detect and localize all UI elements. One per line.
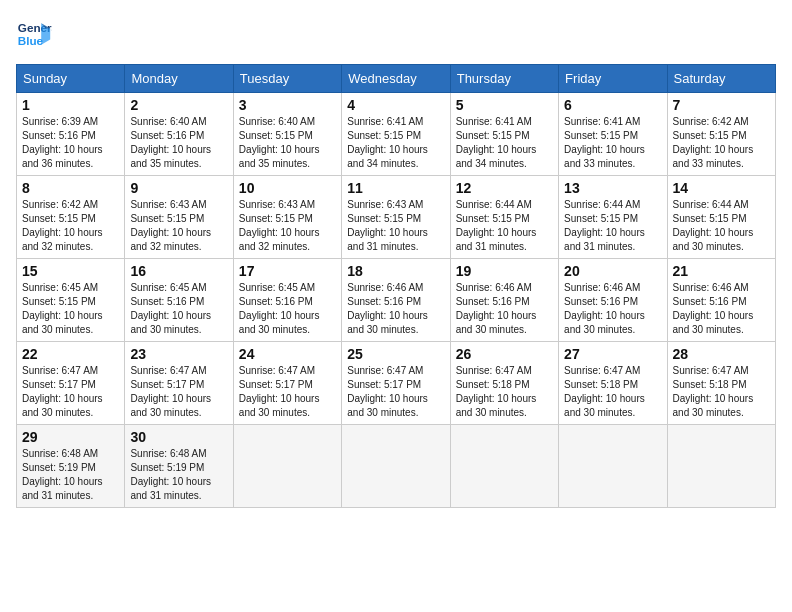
day-number: 7 xyxy=(673,97,770,113)
day-number: 24 xyxy=(239,346,336,362)
day-info: Sunrise: 6:41 AMSunset: 5:15 PMDaylight:… xyxy=(564,115,661,171)
calendar-cell: 15Sunrise: 6:45 AMSunset: 5:15 PMDayligh… xyxy=(17,259,125,342)
calendar-cell xyxy=(342,425,450,508)
calendar-cell: 1Sunrise: 6:39 AMSunset: 5:16 PMDaylight… xyxy=(17,93,125,176)
day-number: 16 xyxy=(130,263,227,279)
day-info: Sunrise: 6:46 AMSunset: 5:16 PMDaylight:… xyxy=(347,281,444,337)
calendar-cell: 13Sunrise: 6:44 AMSunset: 5:15 PMDayligh… xyxy=(559,176,667,259)
day-info: Sunrise: 6:47 AMSunset: 5:18 PMDaylight:… xyxy=(456,364,553,420)
calendar-cell: 7Sunrise: 6:42 AMSunset: 5:15 PMDaylight… xyxy=(667,93,775,176)
day-number: 3 xyxy=(239,97,336,113)
day-info: Sunrise: 6:43 AMSunset: 5:15 PMDaylight:… xyxy=(130,198,227,254)
weekday-header-thursday: Thursday xyxy=(450,65,558,93)
day-info: Sunrise: 6:48 AMSunset: 5:19 PMDaylight:… xyxy=(22,447,119,503)
calendar-cell: 29Sunrise: 6:48 AMSunset: 5:19 PMDayligh… xyxy=(17,425,125,508)
day-number: 9 xyxy=(130,180,227,196)
day-info: Sunrise: 6:47 AMSunset: 5:17 PMDaylight:… xyxy=(22,364,119,420)
weekday-header-monday: Monday xyxy=(125,65,233,93)
weekday-header-saturday: Saturday xyxy=(667,65,775,93)
calendar-cell xyxy=(559,425,667,508)
svg-text:Blue: Blue xyxy=(18,34,44,47)
day-info: Sunrise: 6:42 AMSunset: 5:15 PMDaylight:… xyxy=(673,115,770,171)
day-number: 15 xyxy=(22,263,119,279)
weekday-header-tuesday: Tuesday xyxy=(233,65,341,93)
calendar-cell: 25Sunrise: 6:47 AMSunset: 5:17 PMDayligh… xyxy=(342,342,450,425)
calendar-cell: 19Sunrise: 6:46 AMSunset: 5:16 PMDayligh… xyxy=(450,259,558,342)
day-number: 12 xyxy=(456,180,553,196)
day-info: Sunrise: 6:45 AMSunset: 5:15 PMDaylight:… xyxy=(22,281,119,337)
day-info: Sunrise: 6:44 AMSunset: 5:15 PMDaylight:… xyxy=(673,198,770,254)
calendar-cell: 27Sunrise: 6:47 AMSunset: 5:18 PMDayligh… xyxy=(559,342,667,425)
calendar-cell: 6Sunrise: 6:41 AMSunset: 5:15 PMDaylight… xyxy=(559,93,667,176)
day-number: 1 xyxy=(22,97,119,113)
day-number: 8 xyxy=(22,180,119,196)
day-info: Sunrise: 6:42 AMSunset: 5:15 PMDaylight:… xyxy=(22,198,119,254)
day-number: 5 xyxy=(456,97,553,113)
day-number: 27 xyxy=(564,346,661,362)
calendar-cell: 17Sunrise: 6:45 AMSunset: 5:16 PMDayligh… xyxy=(233,259,341,342)
day-info: Sunrise: 6:41 AMSunset: 5:15 PMDaylight:… xyxy=(456,115,553,171)
logo-icon: General Blue xyxy=(16,16,52,52)
day-info: Sunrise: 6:48 AMSunset: 5:19 PMDaylight:… xyxy=(130,447,227,503)
day-info: Sunrise: 6:40 AMSunset: 5:15 PMDaylight:… xyxy=(239,115,336,171)
day-info: Sunrise: 6:43 AMSunset: 5:15 PMDaylight:… xyxy=(347,198,444,254)
day-number: 23 xyxy=(130,346,227,362)
calendar-cell: 5Sunrise: 6:41 AMSunset: 5:15 PMDaylight… xyxy=(450,93,558,176)
calendar-cell: 8Sunrise: 6:42 AMSunset: 5:15 PMDaylight… xyxy=(17,176,125,259)
day-info: Sunrise: 6:44 AMSunset: 5:15 PMDaylight:… xyxy=(564,198,661,254)
day-info: Sunrise: 6:47 AMSunset: 5:18 PMDaylight:… xyxy=(564,364,661,420)
calendar-cell xyxy=(233,425,341,508)
day-info: Sunrise: 6:47 AMSunset: 5:17 PMDaylight:… xyxy=(239,364,336,420)
weekday-header-wednesday: Wednesday xyxy=(342,65,450,93)
day-number: 30 xyxy=(130,429,227,445)
calendar-cell: 20Sunrise: 6:46 AMSunset: 5:16 PMDayligh… xyxy=(559,259,667,342)
calendar-cell: 18Sunrise: 6:46 AMSunset: 5:16 PMDayligh… xyxy=(342,259,450,342)
day-number: 2 xyxy=(130,97,227,113)
calendar-cell: 24Sunrise: 6:47 AMSunset: 5:17 PMDayligh… xyxy=(233,342,341,425)
day-number: 28 xyxy=(673,346,770,362)
calendar-cell: 10Sunrise: 6:43 AMSunset: 5:15 PMDayligh… xyxy=(233,176,341,259)
logo: General Blue xyxy=(16,16,56,52)
calendar-cell: 3Sunrise: 6:40 AMSunset: 5:15 PMDaylight… xyxy=(233,93,341,176)
calendar-cell: 4Sunrise: 6:41 AMSunset: 5:15 PMDaylight… xyxy=(342,93,450,176)
day-info: Sunrise: 6:46 AMSunset: 5:16 PMDaylight:… xyxy=(673,281,770,337)
day-info: Sunrise: 6:47 AMSunset: 5:17 PMDaylight:… xyxy=(130,364,227,420)
day-number: 6 xyxy=(564,97,661,113)
day-info: Sunrise: 6:46 AMSunset: 5:16 PMDaylight:… xyxy=(564,281,661,337)
calendar-cell: 2Sunrise: 6:40 AMSunset: 5:16 PMDaylight… xyxy=(125,93,233,176)
day-number: 22 xyxy=(22,346,119,362)
day-number: 19 xyxy=(456,263,553,279)
day-info: Sunrise: 6:45 AMSunset: 5:16 PMDaylight:… xyxy=(239,281,336,337)
day-number: 25 xyxy=(347,346,444,362)
calendar-cell: 9Sunrise: 6:43 AMSunset: 5:15 PMDaylight… xyxy=(125,176,233,259)
day-info: Sunrise: 6:45 AMSunset: 5:16 PMDaylight:… xyxy=(130,281,227,337)
calendar-cell xyxy=(667,425,775,508)
day-info: Sunrise: 6:40 AMSunset: 5:16 PMDaylight:… xyxy=(130,115,227,171)
day-info: Sunrise: 6:43 AMSunset: 5:15 PMDaylight:… xyxy=(239,198,336,254)
calendar-cell: 22Sunrise: 6:47 AMSunset: 5:17 PMDayligh… xyxy=(17,342,125,425)
weekday-header-sunday: Sunday xyxy=(17,65,125,93)
day-number: 14 xyxy=(673,180,770,196)
calendar-cell xyxy=(450,425,558,508)
day-info: Sunrise: 6:44 AMSunset: 5:15 PMDaylight:… xyxy=(456,198,553,254)
day-number: 26 xyxy=(456,346,553,362)
calendar-cell: 23Sunrise: 6:47 AMSunset: 5:17 PMDayligh… xyxy=(125,342,233,425)
calendar-cell: 12Sunrise: 6:44 AMSunset: 5:15 PMDayligh… xyxy=(450,176,558,259)
header: General Blue xyxy=(16,16,776,52)
day-number: 10 xyxy=(239,180,336,196)
day-number: 20 xyxy=(564,263,661,279)
weekday-header-friday: Friday xyxy=(559,65,667,93)
calendar-table: SundayMondayTuesdayWednesdayThursdayFrid… xyxy=(16,64,776,508)
day-number: 18 xyxy=(347,263,444,279)
day-number: 21 xyxy=(673,263,770,279)
calendar-cell: 30Sunrise: 6:48 AMSunset: 5:19 PMDayligh… xyxy=(125,425,233,508)
calendar-cell: 28Sunrise: 6:47 AMSunset: 5:18 PMDayligh… xyxy=(667,342,775,425)
day-info: Sunrise: 6:46 AMSunset: 5:16 PMDaylight:… xyxy=(456,281,553,337)
day-info: Sunrise: 6:41 AMSunset: 5:15 PMDaylight:… xyxy=(347,115,444,171)
calendar-cell: 21Sunrise: 6:46 AMSunset: 5:16 PMDayligh… xyxy=(667,259,775,342)
day-number: 4 xyxy=(347,97,444,113)
calendar-cell: 11Sunrise: 6:43 AMSunset: 5:15 PMDayligh… xyxy=(342,176,450,259)
day-number: 17 xyxy=(239,263,336,279)
day-info: Sunrise: 6:47 AMSunset: 5:18 PMDaylight:… xyxy=(673,364,770,420)
day-number: 29 xyxy=(22,429,119,445)
